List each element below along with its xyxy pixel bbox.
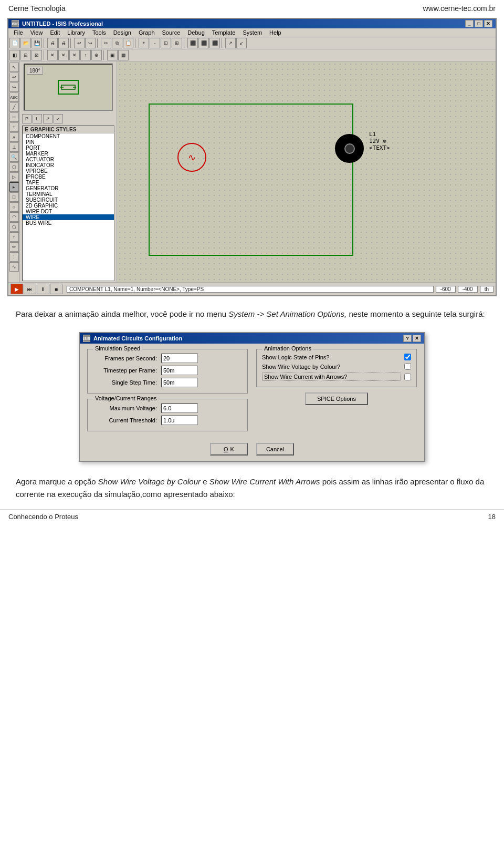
mode-btn-1[interactable]: P — [22, 114, 32, 123]
object-pin[interactable]: PIN — [23, 139, 114, 145]
menu-view[interactable]: View — [27, 29, 46, 36]
tool-marker[interactable]: ABC — [9, 92, 19, 102]
tb-export[interactable]: ↗ — [225, 38, 236, 48]
object-indicator[interactable]: INDICATOR — [23, 162, 114, 168]
menu-debug[interactable]: Debug — [184, 29, 207, 36]
tool-text[interactable]: T — [9, 232, 19, 242]
tool-poly[interactable]: ⬠ — [9, 222, 19, 232]
tb-print[interactable]: 🖨 — [47, 38, 58, 48]
tool-sym1[interactable]: ⁚ — [9, 252, 19, 262]
tb-print2[interactable]: 🖨 — [58, 38, 69, 48]
menu-help[interactable]: Help — [266, 29, 285, 36]
tb-comp[interactable]: ◧ — [9, 50, 20, 60]
object-port[interactable]: PORT — [23, 145, 114, 151]
current-threshold-input[interactable] — [161, 416, 198, 425]
show-wire-current-checkbox[interactable] — [404, 374, 411, 380]
canvas-area[interactable]: ∿ L1 12V ⊕ <TEXT> — [117, 61, 496, 282]
tb-copy[interactable]: ⧉ — [112, 38, 122, 48]
tool-component[interactable]: ⬡ — [9, 162, 19, 172]
tool-redo[interactable]: ↪ — [9, 82, 19, 92]
tb-tag2[interactable]: ⬛ — [198, 38, 209, 48]
tool-power[interactable]: ⊥ — [9, 142, 19, 152]
tb-paste[interactable]: 📋 — [123, 38, 133, 48]
maximize-button[interactable]: □ — [475, 20, 483, 27]
object-iprobe[interactable]: IPROBE — [23, 174, 114, 180]
tb-tag[interactable]: ⬛ — [187, 38, 198, 48]
menu-tools[interactable]: Tools — [89, 29, 109, 36]
menu-edit[interactable]: Edit — [47, 29, 63, 36]
object-generator[interactable]: GENERATOR — [23, 185, 114, 191]
tb-zoom-area[interactable]: ⊞ — [172, 38, 182, 48]
menu-design[interactable]: Design — [110, 29, 134, 36]
tb-arrow[interactable]: ↑ — [80, 50, 91, 60]
tool-bus[interactable]: ═ — [9, 112, 19, 122]
cancel-button[interactable]: Cancel — [256, 443, 294, 456]
tool-port[interactable]: ▷ — [9, 172, 19, 182]
tb-zoom-fit[interactable]: ⊡ — [161, 38, 171, 48]
tool-undo[interactable]: ↩ — [9, 73, 19, 82]
tb-bus[interactable]: ⊠ — [32, 50, 42, 60]
menu-library[interactable]: Library — [64, 29, 88, 36]
singlestep-input[interactable] — [161, 378, 198, 387]
show-logic-state-checkbox[interactable] — [404, 354, 411, 360]
stop-button[interactable]: ■ — [50, 284, 62, 294]
object-wire[interactable]: WIRE — [23, 214, 114, 220]
menu-file[interactable]: File — [10, 29, 26, 36]
object-vprobe[interactable]: VPROBE — [23, 168, 114, 174]
spice-options-button[interactable]: SPICE Options — [305, 392, 368, 405]
tool-sym2[interactable]: ∿ — [9, 262, 19, 272]
menu-system[interactable]: System — [239, 29, 265, 36]
menu-graph[interactable]: Graph — [135, 29, 158, 36]
object-marker[interactable]: MARKER — [23, 151, 114, 157]
tb-del2[interactable]: ✕ — [58, 50, 69, 60]
object-2dgraphic[interactable]: 2D GRAPHIC — [23, 203, 114, 209]
frames-input[interactable] — [161, 354, 198, 363]
tb-cut[interactable]: ✂ — [101, 38, 111, 48]
object-component[interactable]: COMPONENT — [23, 133, 114, 139]
tb-zoom-out[interactable]: - — [150, 38, 160, 48]
tb-save[interactable]: 💾 — [32, 38, 42, 48]
show-wire-voltage-checkbox[interactable] — [404, 363, 411, 370]
tb-misc1[interactable]: ▣ — [107, 50, 118, 60]
tb-open[interactable]: 📂 — [20, 38, 31, 48]
close-button[interactable]: ✕ — [484, 20, 492, 27]
minimize-button[interactable]: _ — [465, 20, 474, 27]
step-forward-button[interactable]: ⏭ — [24, 284, 36, 294]
tb-new[interactable]: 📄 — [9, 38, 20, 48]
tool-junction[interactable]: + — [9, 122, 19, 132]
dialog-close-button[interactable]: ✕ — [413, 335, 421, 342]
mode-btn-3[interactable]: ↗ — [43, 114, 52, 123]
tb-redo[interactable]: ↪ — [85, 38, 96, 48]
dialog-help-button[interactable]: ? — [403, 335, 412, 342]
tool-wire[interactable]: ╱ — [9, 102, 19, 112]
tool-select[interactable]: ↖ — [9, 63, 19, 72]
tb-import[interactable]: ↙ — [236, 38, 247, 48]
play-button[interactable]: ▶ — [10, 284, 23, 294]
object-actuator[interactable]: ACTUATOR — [23, 157, 114, 162]
object-wiredot[interactable]: WIRE DOT — [23, 209, 114, 214]
tool-cursor[interactable]: ▸ — [9, 182, 19, 192]
tb-del[interactable]: ✕ — [47, 50, 58, 60]
tool-probe[interactable]: 🔍 — [9, 152, 19, 162]
tool-label[interactable]: A — [9, 132, 19, 142]
max-voltage-input[interactable] — [161, 403, 198, 413]
tb-undo[interactable]: ↩ — [74, 38, 85, 48]
tb-tag3[interactable]: ⬛ — [209, 38, 220, 48]
tb-del3[interactable]: ✕ — [69, 50, 80, 60]
pause-button[interactable]: ⏸ — [37, 284, 49, 294]
object-buswire[interactable]: BUS WIRE — [23, 220, 114, 226]
tool-pen[interactable]: ✏ — [9, 242, 19, 252]
object-terminal[interactable]: TERMINAL — [23, 191, 114, 197]
timestep-input[interactable] — [161, 366, 198, 375]
object-tape[interactable]: TAPE — [23, 180, 114, 185]
tool-rect[interactable]: □ — [9, 192, 19, 202]
tool-circle[interactable]: ○ — [9, 202, 19, 212]
mode-btn-2[interactable]: L — [33, 114, 42, 123]
tb-zoom-in[interactable]: + — [139, 38, 149, 48]
tb-misc2[interactable]: ▦ — [118, 50, 129, 60]
mode-btn-4[interactable]: ↙ — [54, 114, 63, 123]
object-subcircuit[interactable]: SUBCIRCUIT — [23, 197, 114, 203]
menu-source[interactable]: Source — [159, 29, 184, 36]
tool-arc[interactable]: ◠ — [9, 212, 19, 222]
menu-template[interactable]: Template — [209, 29, 239, 36]
